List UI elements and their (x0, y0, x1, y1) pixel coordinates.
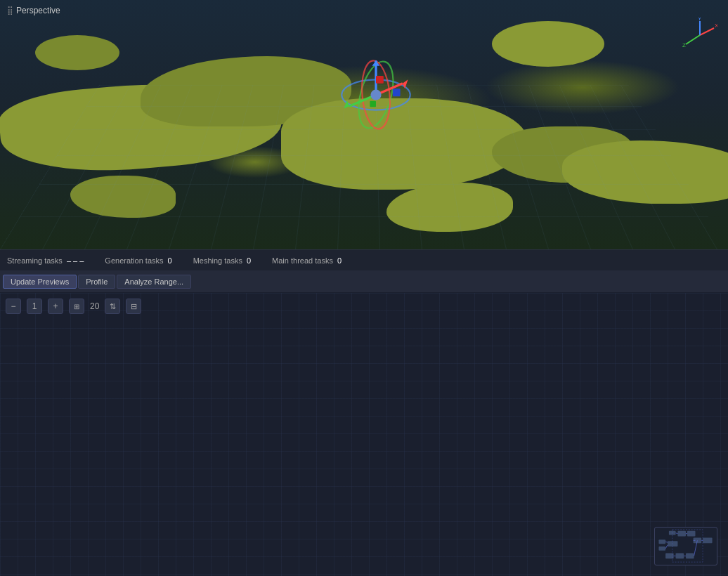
svg-rect-20 (677, 531, 686, 537)
svg-line-30 (676, 533, 678, 534)
zoom-reset-button[interactable]: 1 (27, 299, 42, 314)
svg-text:Y: Y (698, 18, 702, 22)
editor-toolbar: Update Previews Profile Analyze Range... (0, 270, 728, 293)
svg-rect-12 (370, 101, 376, 107)
profile-button[interactable]: Profile (78, 275, 115, 289)
svg-line-33 (665, 545, 668, 549)
zoom-in-button[interactable]: + (48, 299, 63, 314)
node-editor-toolbar: − 1 + ⊞ 20 ⇅ ⊟ (6, 299, 141, 314)
svg-line-13 (700, 28, 714, 35)
svg-line-32 (665, 542, 668, 542)
streaming-tasks: Streaming tasks – – – (7, 256, 84, 265)
grid-button[interactable]: ⊟ (126, 299, 141, 314)
analyze-range-button[interactable]: Analyze Range... (117, 275, 191, 289)
minimap[interactable] (654, 527, 717, 565)
svg-rect-10 (376, 76, 384, 84)
svg-rect-23 (668, 541, 677, 546)
svg-rect-21 (687, 531, 696, 537)
svg-rect-24 (658, 546, 665, 551)
3d-viewport[interactable]: X Y Z ⣿ Perspective (0, 0, 728, 249)
arrange-button[interactable]: ⇅ (105, 299, 120, 314)
update-previews-button[interactable]: Update Previews (3, 275, 77, 289)
svg-rect-22 (658, 539, 665, 544)
svg-text:Z: Z (682, 42, 686, 48)
node-canvas (0, 293, 728, 576)
layout-button[interactable]: ⊞ (69, 299, 84, 314)
svg-rect-26 (703, 537, 712, 543)
svg-point-9 (370, 89, 381, 100)
main-thread-tasks: Main thread tasks 0 (272, 256, 342, 265)
svg-marker-4 (403, 79, 408, 89)
viewport-label: ⣿ Perspective (7, 6, 60, 15)
svg-rect-11 (393, 89, 401, 96)
svg-rect-29 (686, 554, 694, 559)
node-count: 20 (90, 301, 99, 311)
svg-rect-28 (676, 554, 684, 559)
meshing-tasks: Meshing tasks 0 (193, 256, 251, 265)
svg-line-17 (686, 35, 700, 44)
status-bar: Streaming tasks – – – Generation tasks 0… (0, 249, 728, 270)
zoom-out-button[interactable]: − (6, 299, 21, 314)
node-editor[interactable]: − 1 + ⊞ 20 ⇅ ⊟ (0, 293, 728, 576)
generation-tasks: Generation tasks 0 (105, 256, 171, 265)
svg-text:X: X (715, 22, 717, 29)
